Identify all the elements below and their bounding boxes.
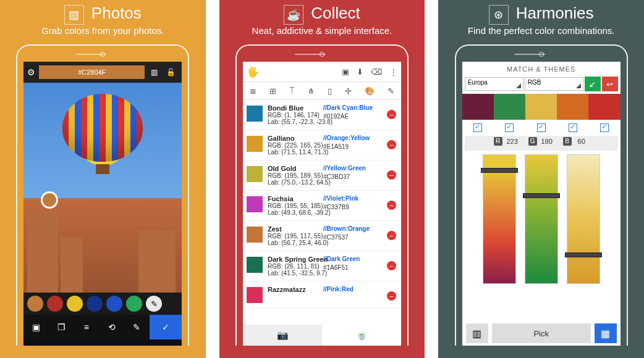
delete-icon[interactable]: – xyxy=(387,231,396,240)
palette-icon[interactable]: 🎨 xyxy=(365,86,375,96)
g-slider[interactable] xyxy=(525,154,558,284)
fan-icon[interactable]: ✢ xyxy=(345,86,352,96)
app-logo-icon[interactable]: 🖐 xyxy=(247,66,259,78)
color-chip xyxy=(247,257,263,273)
palette-swatch[interactable] xyxy=(588,94,620,120)
list-view-icon[interactable]: ≣ xyxy=(250,86,256,96)
archive-icon[interactable]: ⬇ xyxy=(357,67,363,77)
delete-icon[interactable]: – xyxy=(387,201,396,210)
r-slider[interactable] xyxy=(483,154,516,284)
palette-checkbox[interactable] xyxy=(600,123,609,132)
map-icon[interactable]: ▥ xyxy=(148,68,160,77)
brush-icon[interactable]: ⟙ xyxy=(289,86,295,96)
swatch-icon[interactable]: ▥ xyxy=(466,323,488,343)
color-row[interactable]: Old GoldRGB: (195, 189, 55)Lab: (75.0, -… xyxy=(243,160,401,191)
rock-graphic xyxy=(27,212,58,293)
confirm-icon[interactable]: ↙ xyxy=(585,77,601,91)
selector-row: Europa RGB ↙ ↩ xyxy=(462,77,621,91)
eyedropper-icon[interactable]: ✎ xyxy=(146,296,162,312)
share-icon[interactable]: ⋔ xyxy=(308,86,315,96)
delete-icon[interactable]: ▣ xyxy=(23,315,49,339)
palette-checkbox[interactable] xyxy=(505,123,514,132)
b-label: B xyxy=(563,137,572,146)
color-row[interactable]: Dark Spring GreenRGB: (26, 111, 81)Lab: … xyxy=(243,251,401,281)
collect-icon: ☕ xyxy=(284,5,303,25)
palette-strip[interactable] xyxy=(462,94,621,120)
color-chip xyxy=(247,227,263,243)
hex-text: #E1A519 xyxy=(323,143,349,150)
tab-camera[interactable]: 📷 xyxy=(243,325,322,346)
color-row[interactable]: FuchsiaRGB: (195, 55, 185)Lab: (49.3, 68… xyxy=(243,191,401,221)
slider-thumb[interactable] xyxy=(565,252,602,257)
panel-title: Collect xyxy=(311,4,360,23)
layers-icon[interactable]: ▦ xyxy=(595,323,617,343)
image-icon[interactable]: ▣ xyxy=(342,67,349,77)
color-row[interactable]: Bondi BlueRGB: (1, 146, 174)Lab: (55.7, … xyxy=(243,100,401,130)
pencil-icon[interactable]: ✎ xyxy=(388,86,394,96)
bottom-tabs: 📷 🍵 xyxy=(243,325,401,346)
delete-icon[interactable]: – xyxy=(387,110,396,119)
top-bar: ⚙ #C2804F ▥ 🔓 xyxy=(23,62,182,83)
r-label: R xyxy=(494,137,502,146)
section-title: MATCH & THEMES xyxy=(462,62,621,77)
color-row[interactable]: GallianoRGB: (225, 165, 25)Lab: (71.5, 1… xyxy=(243,130,401,160)
delete-icon[interactable]: – xyxy=(387,170,396,180)
color-row[interactable]: ZestRGB: (195, 117, 55)Lab: (56.7, 25.4,… xyxy=(243,221,401,251)
hex-text: #0192AE xyxy=(323,113,349,120)
hex-text: #C337B9 xyxy=(323,204,349,210)
palette-swatch[interactable] xyxy=(557,94,588,120)
copy-icon[interactable]: ❐ xyxy=(49,315,74,339)
refresh-icon[interactable]: ⟲ xyxy=(99,315,124,339)
color-list[interactable]: Bondi BlueRGB: (1, 146, 174)Lab: (55.7, … xyxy=(243,100,401,308)
palette-checkbox[interactable] xyxy=(537,123,546,132)
swatch[interactable] xyxy=(87,296,103,312)
hex-text: #1A6F51 xyxy=(323,264,349,271)
slider-thumb[interactable] xyxy=(481,168,518,173)
screen: ⚙ #C2804F ▥ 🔓 ✎ ▣ ❐ ≡ ⟲ ✎ ✓ xyxy=(23,62,182,346)
color-picker-loupe[interactable] xyxy=(41,191,58,209)
clipboard-icon[interactable]: ▯ xyxy=(328,86,332,96)
swatch[interactable] xyxy=(67,296,83,312)
phone-frame: ⚙ #C2804F ▥ 🔓 ✎ ▣ ❐ ≡ ⟲ ✎ ✓ xyxy=(16,44,189,346)
palette-swatch[interactable] xyxy=(494,94,525,120)
b-slider[interactable] xyxy=(567,154,600,284)
overflow-icon[interactable]: ⋮ xyxy=(389,67,397,77)
color-row[interactable]: Razzmatazz//Pink:Red– xyxy=(243,281,401,308)
back-icon[interactable]: ↩ xyxy=(602,77,618,91)
palette-swatch[interactable] xyxy=(462,94,494,120)
color-chip xyxy=(247,287,263,303)
mode-select[interactable]: RGB xyxy=(525,77,583,91)
delete-icon[interactable]: – xyxy=(387,291,396,301)
pick-row: ▥ Pick ▦ xyxy=(462,321,621,346)
confirm-button[interactable]: ✓ xyxy=(150,315,182,339)
edit-icon[interactable]: ✎ xyxy=(124,315,150,339)
slider-thumb[interactable] xyxy=(523,193,560,198)
trash-icon[interactable]: ⌫ xyxy=(371,67,382,77)
theme-select[interactable]: Europa xyxy=(465,77,523,91)
photo-viewport[interactable] xyxy=(23,83,182,293)
swatch[interactable] xyxy=(27,296,43,312)
action-bar: ▣ ❐ ≡ ⟲ ✎ ✓ xyxy=(23,315,182,339)
delete-icon[interactable]: – xyxy=(387,261,396,270)
swatch[interactable] xyxy=(106,296,122,312)
pick-button[interactable]: Pick xyxy=(492,323,591,343)
lock-icon[interactable]: 🔓 xyxy=(164,68,178,77)
grid-icon[interactable]: ⊞ xyxy=(269,86,276,96)
delete-icon[interactable]: – xyxy=(387,140,396,149)
swatch[interactable] xyxy=(126,296,142,312)
swatch[interactable] xyxy=(47,296,63,312)
settings-icon[interactable]: ⚙ xyxy=(27,67,35,77)
hex-display[interactable]: #C2804F xyxy=(39,65,145,79)
list-icon[interactable]: ≡ xyxy=(74,315,100,339)
tab-collection[interactable]: 🍵 xyxy=(322,325,401,346)
r-value: 223 xyxy=(505,138,520,145)
photo-icon: ▧ xyxy=(64,5,84,25)
palette-swatch[interactable] xyxy=(525,94,557,120)
g-label: G xyxy=(528,137,537,146)
palette-checkbox[interactable] xyxy=(569,123,577,132)
color-tag: //Violet:Pink xyxy=(323,195,358,202)
palette-checkbox[interactable] xyxy=(473,123,482,132)
panel-subtitle: Neat, addictive & simple interface. xyxy=(252,25,392,36)
color-tag: //Dark Green xyxy=(323,256,360,262)
screen: 🖐 ▣ ⬇ ⌫ ⋮ ≣ ⊞ ⟙ ⋔ ▯ ✢ 🎨 ✎ Bondi BlueRGB:… xyxy=(243,62,401,346)
